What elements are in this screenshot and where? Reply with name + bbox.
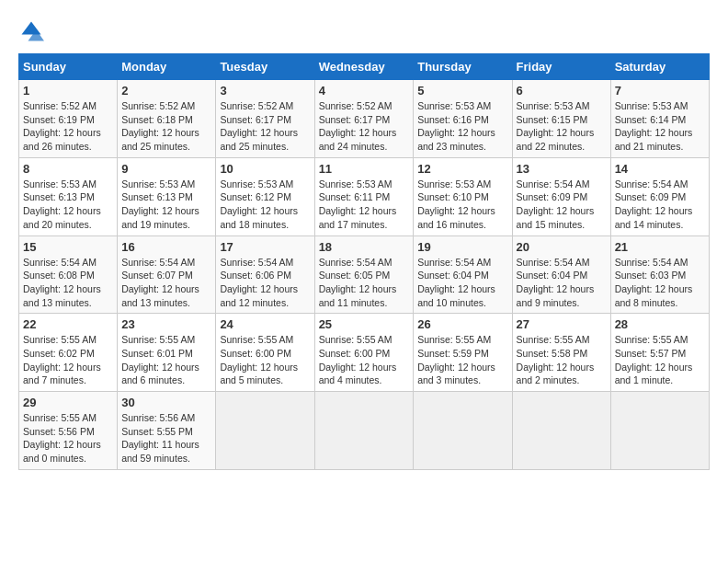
calendar-cell: 4Sunrise: 5:52 AM Sunset: 6:17 PM Daylig… bbox=[314, 80, 414, 158]
day-detail: Sunrise: 5:55 AM Sunset: 6:00 PM Dayligh… bbox=[319, 333, 410, 387]
col-header-monday: Monday bbox=[118, 54, 216, 80]
logo bbox=[18, 18, 46, 44]
day-number: 8 bbox=[23, 162, 113, 176]
calendar-cell: 3Sunrise: 5:52 AM Sunset: 6:17 PM Daylig… bbox=[216, 80, 314, 158]
day-number: 18 bbox=[319, 240, 410, 254]
day-number: 6 bbox=[517, 84, 607, 98]
day-number: 24 bbox=[220, 317, 310, 331]
day-number: 25 bbox=[319, 317, 410, 331]
day-number: 9 bbox=[121, 162, 211, 176]
calendar-cell: 28Sunrise: 5:55 AM Sunset: 5:57 PM Dayli… bbox=[610, 314, 709, 392]
calendar-week-row: 15Sunrise: 5:54 AM Sunset: 6:08 PM Dayli… bbox=[19, 236, 710, 314]
day-detail: Sunrise: 5:55 AM Sunset: 6:00 PM Dayligh… bbox=[220, 333, 310, 387]
day-number: 15 bbox=[23, 240, 113, 254]
calendar-cell: 8Sunrise: 5:53 AM Sunset: 6:13 PM Daylig… bbox=[19, 157, 118, 236]
day-detail: Sunrise: 5:54 AM Sunset: 6:03 PM Dayligh… bbox=[615, 256, 705, 310]
calendar-cell bbox=[216, 392, 314, 470]
day-detail: Sunrise: 5:52 AM Sunset: 6:17 PM Dayligh… bbox=[319, 99, 410, 154]
calendar-cell: 10Sunrise: 5:53 AM Sunset: 6:12 PM Dayli… bbox=[216, 157, 314, 236]
calendar-cell: 24Sunrise: 5:55 AM Sunset: 6:00 PM Dayli… bbox=[216, 314, 314, 392]
day-number: 3 bbox=[220, 84, 310, 98]
logo-icon bbox=[18, 18, 44, 44]
day-detail: Sunrise: 5:55 AM Sunset: 5:56 PM Dayligh… bbox=[23, 411, 113, 465]
page-header bbox=[18, 18, 710, 44]
calendar-cell: 2Sunrise: 5:52 AM Sunset: 6:18 PM Daylig… bbox=[118, 80, 216, 158]
day-detail: Sunrise: 5:52 AM Sunset: 6:18 PM Dayligh… bbox=[121, 99, 211, 154]
calendar-cell: 7Sunrise: 5:53 AM Sunset: 6:14 PM Daylig… bbox=[610, 80, 709, 158]
day-number: 1 bbox=[23, 84, 113, 98]
day-detail: Sunrise: 5:54 AM Sunset: 6:09 PM Dayligh… bbox=[517, 178, 607, 232]
calendar-cell: 12Sunrise: 5:53 AM Sunset: 6:10 PM Dayli… bbox=[414, 157, 512, 236]
col-header-sunday: Sunday bbox=[19, 54, 118, 80]
calendar-cell bbox=[512, 392, 610, 470]
day-number: 11 bbox=[319, 162, 410, 176]
day-number: 14 bbox=[615, 162, 705, 176]
calendar-table: SundayMondayTuesdayWednesdayThursdayFrid… bbox=[18, 53, 710, 470]
day-number: 12 bbox=[417, 162, 507, 176]
calendar-cell bbox=[610, 392, 709, 470]
day-detail: Sunrise: 5:54 AM Sunset: 6:06 PM Dayligh… bbox=[220, 256, 310, 310]
col-header-thursday: Thursday bbox=[414, 54, 512, 80]
calendar-cell: 14Sunrise: 5:54 AM Sunset: 6:09 PM Dayli… bbox=[610, 157, 709, 236]
day-number: 23 bbox=[121, 317, 211, 331]
calendar-week-row: 1Sunrise: 5:52 AM Sunset: 6:19 PM Daylig… bbox=[19, 80, 710, 158]
calendar-cell: 23Sunrise: 5:55 AM Sunset: 6:01 PM Dayli… bbox=[118, 314, 216, 392]
day-number: 4 bbox=[319, 84, 410, 98]
col-header-tuesday: Tuesday bbox=[216, 54, 314, 80]
day-detail: Sunrise: 5:54 AM Sunset: 6:08 PM Dayligh… bbox=[23, 256, 113, 310]
day-detail: Sunrise: 5:54 AM Sunset: 6:04 PM Dayligh… bbox=[417, 256, 507, 310]
day-detail: Sunrise: 5:52 AM Sunset: 6:19 PM Dayligh… bbox=[23, 99, 113, 154]
day-number: 16 bbox=[121, 240, 211, 254]
day-detail: Sunrise: 5:54 AM Sunset: 6:04 PM Dayligh… bbox=[517, 256, 607, 310]
calendar-cell: 16Sunrise: 5:54 AM Sunset: 6:07 PM Dayli… bbox=[118, 236, 216, 314]
day-detail: Sunrise: 5:54 AM Sunset: 6:09 PM Dayligh… bbox=[615, 178, 705, 232]
calendar-cell: 20Sunrise: 5:54 AM Sunset: 6:04 PM Dayli… bbox=[512, 236, 610, 314]
day-number: 29 bbox=[23, 396, 113, 409]
calendar-cell: 19Sunrise: 5:54 AM Sunset: 6:04 PM Dayli… bbox=[414, 236, 512, 314]
day-number: 22 bbox=[23, 317, 113, 331]
calendar-cell: 18Sunrise: 5:54 AM Sunset: 6:05 PM Dayli… bbox=[314, 236, 414, 314]
day-number: 27 bbox=[517, 317, 607, 331]
day-detail: Sunrise: 5:54 AM Sunset: 6:07 PM Dayligh… bbox=[121, 256, 211, 310]
day-number: 7 bbox=[615, 84, 705, 98]
day-detail: Sunrise: 5:53 AM Sunset: 6:10 PM Dayligh… bbox=[417, 178, 507, 232]
calendar-cell: 26Sunrise: 5:55 AM Sunset: 5:59 PM Dayli… bbox=[414, 314, 512, 392]
calendar-cell: 5Sunrise: 5:53 AM Sunset: 6:16 PM Daylig… bbox=[414, 80, 512, 158]
calendar-cell: 15Sunrise: 5:54 AM Sunset: 6:08 PM Dayli… bbox=[19, 236, 118, 314]
day-detail: Sunrise: 5:55 AM Sunset: 6:01 PM Dayligh… bbox=[121, 333, 211, 387]
day-number: 30 bbox=[121, 396, 211, 409]
calendar-cell: 17Sunrise: 5:54 AM Sunset: 6:06 PM Dayli… bbox=[216, 236, 314, 314]
calendar-header-row: SundayMondayTuesdayWednesdayThursdayFrid… bbox=[19, 54, 710, 80]
day-number: 17 bbox=[220, 240, 310, 254]
day-number: 26 bbox=[417, 317, 507, 331]
day-number: 13 bbox=[517, 162, 607, 176]
day-number: 5 bbox=[417, 84, 507, 98]
calendar-cell: 30Sunrise: 5:56 AM Sunset: 5:55 PM Dayli… bbox=[118, 392, 216, 470]
calendar-cell bbox=[314, 392, 414, 470]
day-detail: Sunrise: 5:55 AM Sunset: 5:59 PM Dayligh… bbox=[417, 333, 507, 387]
day-detail: Sunrise: 5:53 AM Sunset: 6:13 PM Dayligh… bbox=[23, 178, 113, 232]
day-number: 28 bbox=[615, 317, 705, 331]
calendar-cell bbox=[414, 392, 512, 470]
calendar-week-row: 29Sunrise: 5:55 AM Sunset: 5:56 PM Dayli… bbox=[19, 392, 710, 470]
day-detail: Sunrise: 5:53 AM Sunset: 6:14 PM Dayligh… bbox=[615, 99, 705, 154]
day-detail: Sunrise: 5:53 AM Sunset: 6:12 PM Dayligh… bbox=[220, 178, 310, 232]
col-header-friday: Friday bbox=[512, 54, 610, 80]
day-number: 20 bbox=[517, 240, 607, 254]
day-detail: Sunrise: 5:53 AM Sunset: 6:16 PM Dayligh… bbox=[417, 99, 507, 154]
calendar-cell: 25Sunrise: 5:55 AM Sunset: 6:00 PM Dayli… bbox=[314, 314, 414, 392]
day-detail: Sunrise: 5:53 AM Sunset: 6:11 PM Dayligh… bbox=[319, 178, 410, 232]
day-detail: Sunrise: 5:54 AM Sunset: 6:05 PM Dayligh… bbox=[319, 256, 410, 310]
day-detail: Sunrise: 5:53 AM Sunset: 6:13 PM Dayligh… bbox=[121, 178, 211, 232]
calendar-cell: 11Sunrise: 5:53 AM Sunset: 6:11 PM Dayli… bbox=[314, 157, 414, 236]
calendar-cell: 9Sunrise: 5:53 AM Sunset: 6:13 PM Daylig… bbox=[118, 157, 216, 236]
calendar-cell: 6Sunrise: 5:53 AM Sunset: 6:15 PM Daylig… bbox=[512, 80, 610, 158]
col-header-saturday: Saturday bbox=[610, 54, 709, 80]
calendar-week-row: 8Sunrise: 5:53 AM Sunset: 6:13 PM Daylig… bbox=[19, 157, 710, 236]
calendar-cell: 21Sunrise: 5:54 AM Sunset: 6:03 PM Dayli… bbox=[610, 236, 709, 314]
calendar-cell: 13Sunrise: 5:54 AM Sunset: 6:09 PM Dayli… bbox=[512, 157, 610, 236]
calendar-week-row: 22Sunrise: 5:55 AM Sunset: 6:02 PM Dayli… bbox=[19, 314, 710, 392]
day-detail: Sunrise: 5:55 AM Sunset: 5:58 PM Dayligh… bbox=[517, 333, 607, 387]
day-detail: Sunrise: 5:52 AM Sunset: 6:17 PM Dayligh… bbox=[220, 99, 310, 154]
day-number: 21 bbox=[615, 240, 705, 254]
